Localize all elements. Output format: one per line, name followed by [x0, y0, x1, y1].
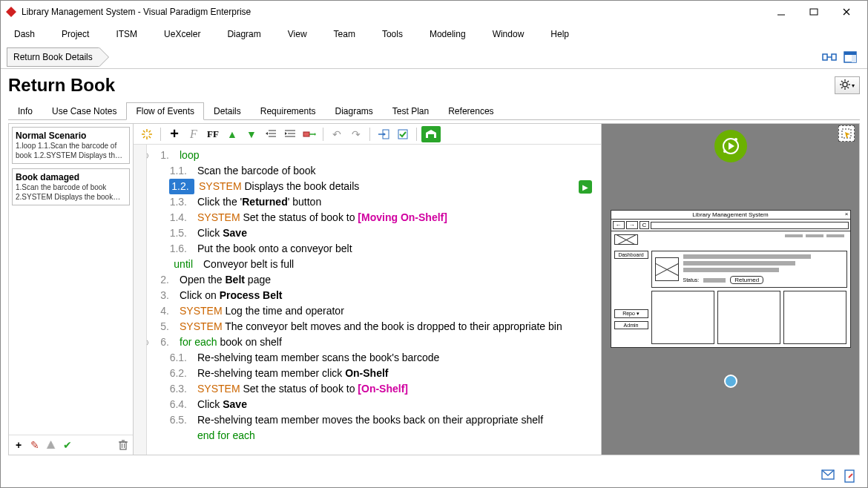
move-down-icon[interactable]: ▼: [243, 126, 260, 142]
scenario-card-book-damaged[interactable]: Book damaged 1.Scan the barcode of book …: [12, 168, 130, 205]
flow-step[interactable]: 6.3.SYSTEM Set the status of book to [On…: [151, 381, 596, 397]
outdent-icon[interactable]: [262, 126, 280, 142]
svg-point-11: [843, 82, 847, 87]
menu-window[interactable]: Window: [479, 24, 538, 44]
flow-steps[interactable]: −1.loop1.1.Scan the barcode of book1.2.S…: [147, 145, 601, 455]
panel-toggle-icon[interactable]: [842, 49, 858, 65]
undo-icon[interactable]: ↶: [328, 126, 346, 142]
flow-step[interactable]: 6.4.Click Save: [151, 397, 596, 412]
collapse-toggle-icon[interactable]: −: [147, 152, 148, 159]
flow-step[interactable]: 1.1.Scan the barcode of book: [151, 163, 596, 179]
menu-uexceler[interactable]: UeXceler: [151, 24, 214, 44]
tab-references[interactable]: References: [438, 102, 503, 120]
play-step-icon[interactable]: ▶: [579, 180, 592, 194]
menu-modeling[interactable]: Modeling: [416, 24, 479, 44]
tab-info[interactable]: Info: [8, 102, 42, 120]
wireframe-window[interactable]: Library Management System × ← → C: [611, 210, 851, 348]
add-scenario-icon[interactable]: +: [12, 438, 25, 452]
flow-step[interactable]: 6.5.Re-shelving team member moves the bo…: [151, 412, 596, 428]
scenario-card-normal[interactable]: Normal Scenario 1.loop 1.1.Scan the barc…: [12, 127, 130, 164]
flow-step[interactable]: 1.loop: [151, 148, 596, 163]
step-number: 1.5.: [169, 225, 193, 241]
preview-play-icon[interactable]: [714, 130, 747, 162]
window-minimize[interactable]: [765, 1, 798, 22]
mail-icon[interactable]: [821, 469, 835, 483]
window-close[interactable]: [830, 1, 863, 22]
wireframe-forward-icon: →: [626, 221, 638, 229]
selection-tool-icon[interactable]: [838, 125, 855, 142]
step-number: 1.1.: [169, 163, 193, 179]
link-step-icon[interactable]: [300, 126, 318, 142]
settings-button[interactable]: ▾: [835, 76, 860, 94]
flow-step[interactable]: until Conveyor belt is full: [151, 257, 596, 272]
tab-details[interactable]: Details: [204, 102, 251, 120]
import-icon[interactable]: [375, 126, 392, 142]
move-up-icon[interactable]: ⯅: [45, 438, 58, 452]
generate-icon[interactable]: [138, 126, 156, 142]
flow-step[interactable]: 1.2.SYSTEM Displays the book details: [151, 179, 596, 194]
step-number: 6.5.: [169, 412, 193, 428]
flow-step[interactable]: 6.2.Re-shelving team member click On-She…: [151, 366, 596, 381]
wireframe-title: Library Management System ×: [611, 211, 850, 220]
svg-marker-44: [384, 133, 386, 136]
tab-requirements[interactable]: Requirements: [251, 102, 326, 120]
svg-line-29: [143, 131, 145, 133]
breadcrumb[interactable]: Return Book Details: [7, 47, 99, 67]
menu-dash[interactable]: Dash: [1, 24, 48, 44]
menu-itsm[interactable]: ITSM: [102, 24, 151, 44]
window-maximize[interactable]: [798, 1, 830, 22]
svg-line-17: [847, 87, 849, 88]
edit-scenario-icon[interactable]: ✎: [28, 438, 42, 452]
wireframe-icon[interactable]: [421, 126, 441, 142]
menu-diagram[interactable]: Diagram: [214, 24, 274, 44]
format-font-icon[interactable]: FF: [204, 126, 222, 142]
editor-toolbar: + F FF ▲ ▼ ↶ ↷: [134, 124, 601, 145]
flow-step[interactable]: 2.Open the Belt page: [151, 272, 596, 288]
note-icon[interactable]: [844, 469, 857, 483]
flow-step[interactable]: 1.4.SYSTEM Set the status of book to [Mo…: [151, 210, 596, 225]
tab-flow-of-events[interactable]: Flow of Events: [126, 102, 204, 120]
tab-use-case-notes[interactable]: Use Case Notes: [42, 102, 126, 120]
statusbar-icons: [821, 469, 857, 483]
flow-step[interactable]: 6.for each book on shelf: [151, 334, 596, 350]
flow-step[interactable]: 5.SYSTEM The conveyor belt moves and the…: [151, 319, 596, 334]
scenario-preview-line: 1.Scan the barcode of book: [16, 182, 126, 192]
trash-icon[interactable]: [116, 438, 130, 452]
validate-icon[interactable]: [394, 126, 412, 142]
confirm-icon[interactable]: ✔: [61, 438, 74, 452]
step-text: Click the 'Returned' button: [193, 194, 321, 210]
svg-marker-42: [315, 133, 316, 136]
add-step-icon[interactable]: +: [165, 126, 183, 142]
step-number: 1.2.: [169, 179, 194, 194]
redo-icon[interactable]: ↷: [347, 126, 365, 142]
step-text: Re-shelving team member scans the book's…: [193, 350, 439, 366]
menu-help[interactable]: Help: [537, 24, 582, 44]
indent-icon[interactable]: [281, 126, 299, 142]
flow-step[interactable]: 3.Click on Process Belt: [151, 288, 596, 303]
menu-view[interactable]: View: [274, 24, 320, 44]
wireframe-status-label: Status:: [683, 277, 700, 283]
step-number: 1.4.: [169, 210, 193, 225]
step-text: Click on Process Belt: [175, 288, 283, 303]
menu-project[interactable]: Project: [48, 24, 102, 44]
step-text: Re-shelving team member moves the books …: [193, 412, 543, 428]
svg-line-32: [143, 136, 145, 138]
diagram-nav-icon[interactable]: [821, 49, 838, 65]
svg-rect-20: [120, 442, 126, 449]
flow-step[interactable]: 6.1.Re-shelving team member scans the bo…: [151, 350, 596, 366]
flow-step[interactable]: 1.3.Click the 'Returned' button: [151, 194, 596, 210]
collapse-toggle-icon[interactable]: −: [147, 339, 148, 346]
tab-diagrams[interactable]: Diagrams: [325, 102, 382, 120]
flow-step[interactable]: 1.5.Click Save: [151, 225, 596, 241]
flow-step[interactable]: 4.SYSTEM Log the time and operator: [151, 303, 596, 319]
tab-test-plan[interactable]: Test Plan: [383, 102, 438, 120]
step-text: end for each: [193, 428, 255, 444]
scroll-down-icon[interactable]: [724, 375, 737, 388]
flow-step[interactable]: end for each: [151, 428, 596, 444]
step-number: 1.6.: [169, 241, 193, 257]
menu-team[interactable]: Team: [320, 24, 369, 44]
flow-step[interactable]: 1.6.Put the book onto a conveyor belt: [151, 241, 596, 257]
format-italic-icon[interactable]: F: [185, 126, 203, 142]
menu-tools[interactable]: Tools: [369, 24, 416, 44]
move-up-icon[interactable]: ▲: [223, 126, 241, 142]
